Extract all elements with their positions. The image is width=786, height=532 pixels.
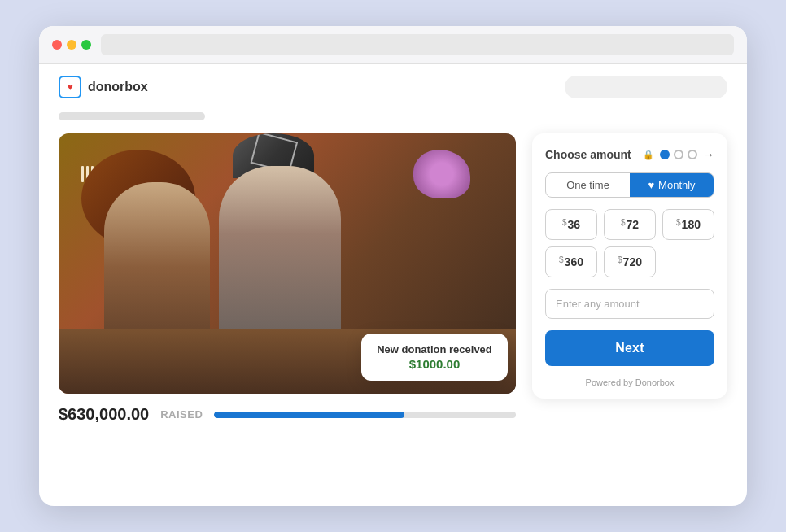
progress-bar-fill	[214, 412, 404, 418]
logo-text: donorbox	[88, 80, 148, 94]
step-1-icon	[660, 150, 670, 159]
notification-amount: $1000.00	[374, 357, 495, 371]
heart-icon: ♥	[648, 179, 654, 191]
next-step-icon: →	[703, 148, 714, 161]
lock-icon: 🔒	[643, 150, 654, 160]
amount-36-button[interactable]: $36	[545, 209, 597, 240]
amount-180-button[interactable]: $180	[662, 209, 714, 240]
right-panel: Choose amount 🔒 → One time	[532, 133, 727, 495]
raised-amount: $630,000.00	[59, 405, 149, 424]
flowers-decoration	[413, 150, 470, 198]
one-time-button[interactable]: One time	[546, 173, 630, 197]
browser-content: ♥ donorbox	[39, 64, 747, 506]
dot-close[interactable]	[52, 40, 62, 50]
amount-720-button[interactable]: $720	[604, 246, 656, 277]
fund-stats: $630,000.00 RAISED	[59, 402, 516, 427]
browser-dots	[52, 40, 91, 50]
logo-area: ♥ donorbox	[59, 76, 148, 98]
dot-minimize[interactable]	[67, 40, 76, 50]
amount-360-button[interactable]: $360	[545, 246, 597, 277]
main-content: New donation received $1000.00 $630,000.…	[39, 124, 747, 506]
notification-title: New donation received	[374, 343, 495, 355]
amount-72-button[interactable]: $72	[604, 209, 656, 240]
card-header: Choose amount 🔒 →	[545, 148, 714, 161]
fundraiser-progress-bar	[214, 412, 516, 418]
logo-icon: ♥	[59, 76, 81, 98]
raised-label: RAISED	[160, 408, 203, 421]
left-panel: New donation received $1000.00 $630,000.…	[59, 133, 516, 495]
notification-popup: New donation received $1000.00	[361, 334, 508, 381]
donation-image: New donation received $1000.00	[59, 133, 516, 394]
custom-amount-input[interactable]	[545, 289, 714, 319]
choose-amount-label: Choose amount	[545, 148, 631, 161]
step-3-icon	[688, 150, 697, 159]
next-button[interactable]: Next	[545, 330, 714, 366]
monthly-button[interactable]: ♥ Monthly	[630, 173, 714, 197]
powered-by: Powered by Donorbox	[545, 377, 714, 387]
browser-window: ♥ donorbox	[39, 26, 747, 506]
logo-heart-icon: ♥	[67, 81, 72, 93]
donation-card: Choose amount 🔒 → One time	[532, 133, 727, 399]
progress-section	[39, 107, 747, 124]
page-header: ♥ donorbox	[39, 64, 747, 107]
browser-header	[39, 26, 747, 64]
dot-maximize[interactable]	[81, 40, 91, 50]
monthly-label: Monthly	[658, 179, 696, 191]
frequency-toggle[interactable]: One time ♥ Monthly	[545, 172, 714, 198]
address-bar[interactable]	[101, 34, 734, 55]
amount-grid: $36 $72 $180 $360 $720	[545, 209, 714, 277]
card-header-icons: 🔒 →	[643, 148, 714, 161]
header-search-bar[interactable]	[565, 76, 727, 98]
progress-label-bar	[59, 112, 205, 120]
step-2-icon	[674, 150, 683, 159]
